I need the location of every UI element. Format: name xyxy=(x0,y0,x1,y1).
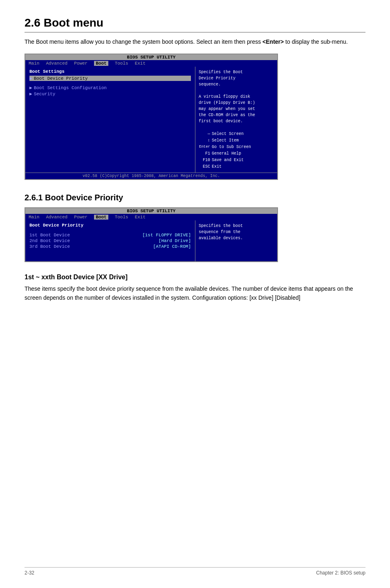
bios-item-label-security: Security xyxy=(34,92,56,97)
bios-right-description-2: Specifies the boot sequence from the ava… xyxy=(199,223,274,241)
key-desc-f1: General Help xyxy=(212,150,241,157)
menu-main-1[interactable]: Main xyxy=(29,61,39,66)
bios-desc-line-1: Specifies the Boot xyxy=(199,69,274,75)
bios-separator-2 xyxy=(29,229,191,232)
bios-desc-line-8: first boot device. xyxy=(199,118,274,124)
key-desc-enter: Go to Sub Screen xyxy=(212,144,251,150)
bios-desc-line-6: may appear when you set xyxy=(199,106,274,112)
key-desc-f10: Save and Exit xyxy=(212,157,244,164)
bios-value-1st-boot: [1st FLOPPY DRIVE] xyxy=(142,233,191,238)
bios-value-2nd-boot: [Hard Drive] xyxy=(159,238,191,243)
bios-desc-line-2: Device Priority xyxy=(199,75,274,81)
section-title: 2.6 Boot menu xyxy=(25,16,365,33)
key-row-select-screen: ↔ Select Screen xyxy=(199,131,274,137)
key-row-f1: F1 General Help xyxy=(199,150,274,157)
bios-content-1: Boot Settings ▶ Boot Device Priority ▶ B… xyxy=(25,67,277,173)
bios-right-panel-1: Specifies the Boot Device Priority seque… xyxy=(195,67,277,173)
bios-item-boot-settings-config[interactable]: ▶ Boot Settings Configuration xyxy=(29,85,191,90)
bios-right-description-1: Specifies the Boot Device Priority seque… xyxy=(199,69,274,124)
bios-menu-bar-1: Main Advanced Power Boot Tools Exit xyxy=(25,60,277,67)
arrow-icon-2: ▶ xyxy=(29,85,32,90)
key-sym-updown: ↕ xyxy=(199,137,210,144)
intro-text-after: to display the sub-menu. xyxy=(284,38,347,45)
menu-power-1[interactable]: Power xyxy=(74,61,87,66)
bios-submenu-3rd-boot[interactable]: 3rd Boot Device [ATAPI CD-ROM] xyxy=(29,244,191,249)
bios-desc2-line-1: Specifies the boot xyxy=(199,223,274,229)
bios-title-bar-2: BIOS SETUP UTILITY xyxy=(25,208,277,214)
bios-desc2-line-3: available devices. xyxy=(199,235,274,241)
bios-item-boot-device-priority[interactable]: ▶ Boot Device Priority xyxy=(29,76,191,81)
page-footer: 2-32 Chapter 2: BIOS setup xyxy=(25,567,365,576)
bios-content-2: Boot Device Priority 1st Boot Device [1s… xyxy=(25,220,277,261)
key-row-f10: F10 Save and Exit xyxy=(199,157,274,164)
menu-boot-1[interactable]: Boot xyxy=(94,61,108,66)
key-row-select-item: ↕ Select Item xyxy=(199,137,274,144)
menu-advanced-1[interactable]: Advanced xyxy=(46,61,67,66)
menu-exit-1[interactable]: Exit xyxy=(135,61,146,66)
arrow-icon-3: ▶ xyxy=(29,91,32,97)
bios-footer-1: v02.58 (C)Copyright 1985-2008, American … xyxy=(25,173,277,179)
intro-paragraph: The Boot menu items allow you to change … xyxy=(25,38,365,46)
menu-tools-2[interactable]: Tools xyxy=(115,215,128,220)
bios-label-1st-boot: 1st Boot Device xyxy=(29,233,70,238)
key-sym-arrows: ↔ xyxy=(199,131,210,137)
bios-submenu-1st-boot[interactable]: 1st Boot Device [1st FLOPPY DRIVE] xyxy=(29,233,191,238)
bios-item-label-boot-device-priority: Boot Device Priority xyxy=(34,76,88,81)
bios-desc-line-4: A virtual floppy disk xyxy=(199,94,274,100)
bios-section-header-2: Boot Device Priority xyxy=(29,223,191,228)
key-sym-f1: F1 xyxy=(199,150,210,157)
bios-desc-line-3: sequence. xyxy=(199,81,274,88)
bios-label-3rd-boot: 3rd Boot Device xyxy=(29,244,70,249)
menu-power-2[interactable]: Power xyxy=(74,215,87,220)
bios-right-spacer xyxy=(199,128,274,131)
bios-item-security[interactable]: ▶ Security xyxy=(29,91,191,97)
intro-text-before: The Boot menu items allow you to change … xyxy=(25,38,262,45)
key-row-esc: ESC Exit xyxy=(199,164,274,170)
footer-page-number: 2-32 xyxy=(25,570,34,576)
subsubsection-title: 1st ~ xxth Boot Device [XX Drive] xyxy=(25,274,365,281)
key-sym-enter: Enter xyxy=(199,144,210,150)
key-sym-esc: ESC xyxy=(199,164,210,170)
bios-separator-1 xyxy=(29,82,191,84)
key-sym-f10: F10 xyxy=(199,157,210,164)
body-paragraph: These items specify the boot device prio… xyxy=(25,284,365,303)
bios-item-label-boot-settings-config: Boot Settings Configuration xyxy=(34,85,107,90)
arrow-icon-1: ▶ xyxy=(29,76,32,81)
menu-main-2[interactable]: Main xyxy=(29,215,39,220)
bios-left-panel-1: Boot Settings ▶ Boot Device Priority ▶ B… xyxy=(25,67,195,173)
bios-menu-bar-2: Main Advanced Power Boot Tools Exit xyxy=(25,214,277,220)
menu-advanced-2[interactable]: Advanced xyxy=(46,215,67,220)
bios-screen-2: BIOS SETUP UTILITY Main Advanced Power B… xyxy=(25,207,278,262)
bios-title-bar-1: BIOS SETUP UTILITY xyxy=(25,54,277,60)
menu-boot-2[interactable]: Boot xyxy=(94,215,108,220)
bios-right-panel-2: Specifies the boot sequence from the ava… xyxy=(195,220,277,261)
bios-left-panel-2: Boot Device Priority 1st Boot Device [1s… xyxy=(25,220,195,261)
bios-desc-line-5: drive (Floppy Drive B:) xyxy=(199,100,274,106)
bios-section-header-1: Boot Settings xyxy=(29,69,191,74)
menu-tools-1[interactable]: Tools xyxy=(115,61,128,66)
key-desc-select-screen: Select Screen xyxy=(212,131,244,137)
key-desc-esc: Exit xyxy=(212,164,222,170)
key-row-enter: Enter Go to Sub Screen xyxy=(199,144,274,150)
bios-desc2-line-2: sequence from the xyxy=(199,229,274,235)
bios-keys-help-1: ↔ Select Screen ↕ Select Item Enter Go t… xyxy=(199,131,274,170)
key-desc-select-item: Select Item xyxy=(212,137,239,144)
footer-chapter: Chapter 2: BIOS setup xyxy=(316,570,365,576)
bios-label-2nd-boot: 2nd Boot Device xyxy=(29,238,70,243)
enter-key-bold: <Enter> xyxy=(262,38,284,45)
bios-screen-1: BIOS SETUP UTILITY Main Advanced Power B… xyxy=(25,54,278,180)
bios-submenu-2nd-boot[interactable]: 2nd Boot Device [Hard Drive] xyxy=(29,238,191,243)
bios-value-3rd-boot: [ATAPI CD-ROM] xyxy=(153,244,191,249)
subsection-title: 2.6.1 Boot Device Priority xyxy=(25,193,365,202)
menu-exit-2[interactable]: Exit xyxy=(135,215,146,220)
bios-desc-line-7: the CD-ROM drive as the xyxy=(199,112,274,118)
